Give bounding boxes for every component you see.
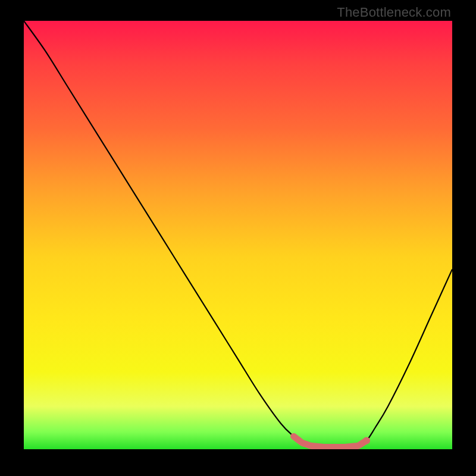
watermark-text: TheBottleneck.com [337, 5, 451, 20]
bottleneck-curve [24, 21, 452, 447]
chart-svg [24, 21, 452, 449]
optimum-range-marker [294, 436, 367, 447]
marker-dot [363, 437, 370, 444]
chart-plot-area [24, 21, 452, 449]
